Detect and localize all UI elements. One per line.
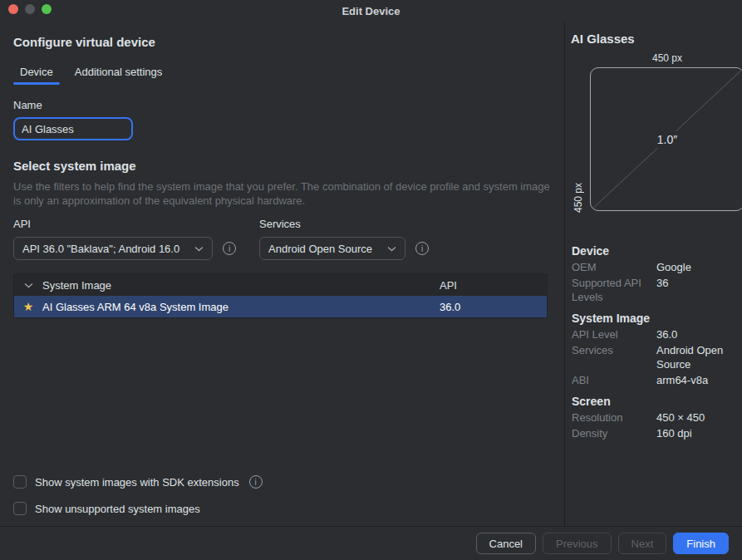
cancel-button[interactable]: Cancel: [476, 533, 536, 554]
services-dropdown[interactable]: Android Open Source: [259, 237, 405, 260]
table-row[interactable]: ★ AI Glasses ARM 64 v8a System Image 36.…: [14, 296, 547, 317]
api-filter-label: API: [13, 218, 236, 230]
edit-device-dialog: Edit Device Configure virtual device Dev…: [0, 0, 742, 560]
tab-device[interactable]: Device: [13, 62, 60, 85]
tab-additional-settings[interactable]: Additional settings: [68, 62, 170, 85]
services-filter-group: Services Android Open Source i: [259, 218, 429, 260]
device-name-heading: AI Glasses: [571, 32, 738, 46]
minimize-window-button: [25, 4, 35, 14]
api-dropdown[interactable]: API 36.0 "Baklava"; Android 16.0: [13, 237, 213, 260]
next-button[interactable]: Next: [618, 533, 667, 554]
sdk-extensions-info-icon[interactable]: i: [249, 475, 263, 489]
spec-row: OEM Google: [572, 260, 738, 274]
screen-diagonal-label: 1.0″: [653, 131, 681, 148]
show-sdk-extensions-checkbox[interactable]: [13, 475, 27, 489]
system-image-table: System Image API ★ AI Glasses ARM 64 v8a…: [13, 273, 548, 318]
chevron-down-icon: [379, 246, 396, 252]
page-title: Configure virtual device: [13, 35, 551, 49]
section-title-system-image: System Image: [572, 312, 738, 325]
services-filter-label: Services: [259, 218, 429, 230]
api-cell: 36.0: [440, 301, 547, 313]
spec-row: Services Android Open Source: [572, 343, 738, 371]
dialog-footer: Cancel Previous Next Finish: [0, 526, 742, 560]
sort-chevron-icon[interactable]: [14, 282, 42, 288]
filters-row: API API 36.0 "Baklava"; Android 16.0 i S…: [13, 218, 551, 260]
show-unsupported-images-checkbox[interactable]: [13, 502, 27, 515]
finish-button[interactable]: Finish: [673, 533, 729, 554]
show-sdk-extensions-label: Show system images with SDK extensions: [35, 476, 239, 489]
section-title-device: Device: [572, 244, 738, 258]
section-description: Use the filters to help find the system …: [13, 179, 551, 208]
traffic-lights: [8, 4, 52, 14]
services-dropdown-value: Android Open Source: [268, 243, 372, 255]
system-image-cell: AI Glasses ARM 64 v8a System Image: [42, 301, 440, 313]
column-header-system-image[interactable]: System Image: [42, 279, 440, 292]
device-frame: 1.0″: [590, 67, 742, 211]
screen-preview: 450 px 450 px 1.0″: [572, 51, 738, 237]
table-header-row: System Image API: [14, 274, 547, 296]
titlebar: Edit Device: [0, 0, 742, 22]
spec-row: Density 160 dpi: [572, 426, 738, 440]
star-icon[interactable]: ★: [14, 301, 42, 312]
column-header-api[interactable]: API: [440, 279, 547, 292]
api-filter-group: API API 36.0 "Baklava"; Android 16.0 i: [13, 218, 236, 260]
show-unsupported-images-label: Show unsupported system images: [35, 503, 200, 515]
api-info-icon[interactable]: i: [223, 242, 236, 255]
tab-bar: Device Additional settings: [13, 62, 551, 85]
window-title: Edit Device: [342, 5, 400, 17]
checkbox-group: Show system images with SDK extensions i…: [13, 463, 263, 516]
api-dropdown-value: API 36.0 "Baklava"; Android 16.0: [22, 243, 179, 255]
zoom-window-button[interactable]: [42, 4, 52, 14]
device-summary-panel: AI Glasses 450 px 450 px 1.0″ Device OEM…: [565, 22, 742, 526]
previous-button[interactable]: Previous: [543, 533, 612, 554]
spec-row: API Level 36.0: [572, 327, 738, 341]
configure-panel: Configure virtual device Device Addition…: [0, 22, 564, 526]
name-label: Name: [13, 99, 551, 111]
device-specs: Device OEM Google Supported API Levels 3…: [572, 244, 738, 440]
spec-row: Resolution 450 × 450: [572, 410, 738, 425]
spec-row: ABI arm64-v8a: [572, 373, 738, 387]
name-input[interactable]: [13, 117, 133, 140]
select-system-image-heading: Select system image: [13, 159, 551, 173]
screen-height-label: 450 px: [572, 69, 584, 213]
screen-width-label: 450 px: [590, 52, 742, 64]
close-window-button[interactable]: [8, 4, 18, 14]
chevron-down-icon: [186, 246, 204, 252]
section-title-screen: Screen: [572, 395, 738, 408]
spec-row: Supported API Levels 36: [572, 276, 738, 304]
services-info-icon[interactable]: i: [415, 242, 429, 255]
